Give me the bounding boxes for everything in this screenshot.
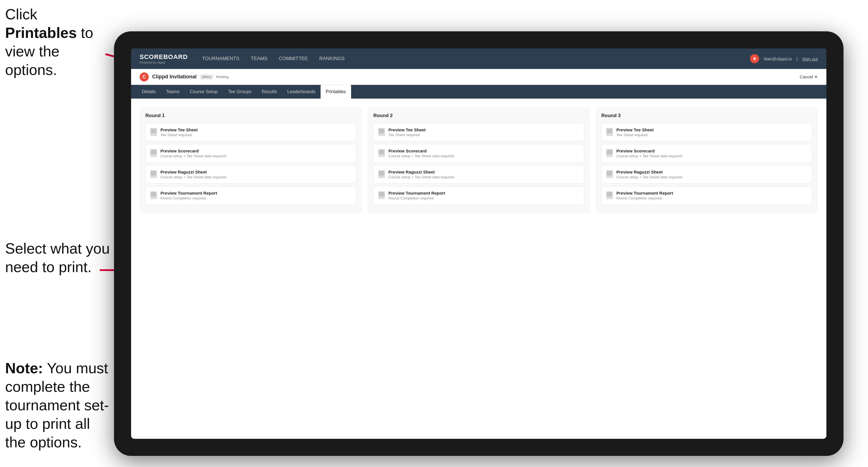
print-item-r1-i2[interactable]: Preview ScorecardCourse setup + Tee Shee… xyxy=(145,144,356,162)
tab-course-setup[interactable]: Course Setup xyxy=(185,85,223,99)
annotation-top-bold: Printables xyxy=(5,25,76,41)
nav-teams[interactable]: TEAMS xyxy=(251,55,268,63)
print-item-r3-i4[interactable]: Preview Tournament ReportRound Completio… xyxy=(601,186,812,205)
hosting-badge: Hosting xyxy=(216,75,228,79)
document-icon xyxy=(606,170,613,178)
print-item-label-r3-i2: Preview Scorecard xyxy=(616,149,682,153)
print-item-sublabel-r1-i3: Course setup + Tee Sheet data required xyxy=(160,175,226,179)
print-item-r2-i4[interactable]: Preview Tournament ReportRound Completio… xyxy=(373,186,584,205)
tab-tee-groups[interactable]: Tee Groups xyxy=(223,85,257,99)
print-item-r1-i1[interactable]: Preview Tee SheetTee Sheet required xyxy=(145,123,356,141)
print-item-sublabel-r2-i1: Tee Sheet required xyxy=(389,133,426,137)
round-column-3: Round 3Preview Tee SheetTee Sheet requir… xyxy=(596,107,818,213)
print-item-sublabel-r2-i3: Course setup + Tee Sheet data required xyxy=(389,175,454,179)
print-item-label-r2-i2: Preview Scorecard xyxy=(389,149,454,153)
print-item-label-r2-i3: Preview Raguzzi Sheet xyxy=(389,169,454,175)
document-icon xyxy=(378,149,385,157)
print-item-label-r1-i4: Preview Tournament Report xyxy=(160,191,217,195)
document-icon xyxy=(606,191,613,199)
document-icon xyxy=(378,191,385,199)
print-item-r3-i2[interactable]: Preview ScorecardCourse setup + Tee Shee… xyxy=(601,144,812,162)
print-item-label-r2-i4: Preview Tournament Report xyxy=(389,191,445,195)
print-item-label-r1-i1: Preview Tee Sheet xyxy=(160,127,198,132)
print-item-sublabel-r1-i2: Course setup + Tee Sheet data required xyxy=(160,154,226,158)
print-item-label-r3-i1: Preview Tee Sheet xyxy=(616,127,654,132)
print-item-r1-i4[interactable]: Preview Tournament ReportRound Completio… xyxy=(145,186,356,205)
document-icon xyxy=(150,191,157,199)
nav-rankings[interactable]: RANKINGS xyxy=(319,55,344,63)
rounds-container: Round 1Preview Tee SheetTee Sheet requir… xyxy=(140,107,818,213)
annotation-middle-text: Select what you need to print. xyxy=(5,240,110,275)
print-item-sublabel-r3-i1: Tee Sheet required xyxy=(616,133,654,137)
print-item-r3-i3[interactable]: Preview Raguzzi SheetCourse setup + Tee … xyxy=(601,165,812,184)
tablet-screen: SCOREBOARD Powered by clippd TOURNAMENTS… xyxy=(131,49,827,439)
annotation-middle: Select what you need to print. xyxy=(5,239,111,276)
top-nav-links: TOURNAMENTS TEAMS COMMITTEE RANKINGS xyxy=(202,55,750,63)
print-item-label-r2-i1: Preview Tee Sheet xyxy=(389,127,426,132)
print-item-r2-i3[interactable]: Preview Raguzzi SheetCourse setup + Tee … xyxy=(373,165,584,184)
document-icon xyxy=(378,128,385,136)
print-item-label-r3-i3: Preview Raguzzi Sheet xyxy=(616,169,682,175)
top-nav-right: B blair@clippd.io | Sign out xyxy=(750,54,818,63)
print-item-sublabel-r2-i4: Round Completion required xyxy=(389,196,445,200)
annotation-bottom-bold: Note: xyxy=(5,360,43,376)
annotation-top: Click Printables to view the options. xyxy=(5,5,102,79)
print-item-label-r1-i2: Preview Scorecard xyxy=(160,149,226,153)
print-item-r2-i1[interactable]: Preview Tee SheetTee Sheet required xyxy=(373,123,584,141)
sub-nav: Details Teams Course Setup Tee Groups Re… xyxy=(131,85,827,99)
tablet-device: SCOREBOARD Powered by clippd TOURNAMENTS… xyxy=(114,31,843,456)
round-3-title: Round 3 xyxy=(601,113,812,119)
document-icon xyxy=(378,170,385,178)
sign-out-link[interactable]: | xyxy=(797,56,798,61)
print-item-r3-i1[interactable]: Preview Tee SheetTee Sheet required xyxy=(601,123,812,141)
nav-committee[interactable]: COMMITTEE xyxy=(279,55,308,63)
annotation-bottom: Note: You must complete the tournament s… xyxy=(5,359,111,452)
logo-title: SCOREBOARD xyxy=(140,53,188,61)
tab-leaderboards[interactable]: Leaderboards xyxy=(282,85,320,99)
document-icon xyxy=(606,128,613,136)
tournament-logo: C xyxy=(140,72,149,82)
tab-teams[interactable]: Teams xyxy=(161,85,185,99)
document-icon xyxy=(150,170,157,178)
document-icon xyxy=(150,128,157,136)
print-item-sublabel-r3-i3: Course setup + Tee Sheet data required xyxy=(616,175,682,179)
annotation-top-prefix: Click xyxy=(5,6,37,23)
round-column-1: Round 1Preview Tee SheetTee Sheet requir… xyxy=(140,107,362,213)
round-column-2: Round 2Preview Tee SheetTee Sheet requir… xyxy=(368,107,590,213)
print-item-sublabel-r1-i4: Round Completion required xyxy=(160,196,217,200)
tab-details[interactable]: Details xyxy=(137,85,161,99)
print-item-sublabel-r2-i2: Course setup + Tee Sheet data required xyxy=(389,154,454,158)
nav-tournaments[interactable]: TOURNAMENTS xyxy=(202,55,239,63)
top-nav: SCOREBOARD Powered by clippd TOURNAMENTS… xyxy=(131,49,827,69)
print-item-r2-i2[interactable]: Preview ScorecardCourse setup + Tee Shee… xyxy=(373,144,584,162)
user-email: blair@clippd.io xyxy=(764,56,792,61)
print-item-sublabel-r1-i1: Tee Sheet required xyxy=(160,133,198,137)
logo-sub: Powered by clippd xyxy=(140,61,188,64)
print-item-label-r1-i3: Preview Raguzzi Sheet xyxy=(160,169,226,175)
main-content: Round 1Preview Tee SheetTee Sheet requir… xyxy=(131,99,827,439)
tab-results[interactable]: Results xyxy=(257,85,282,99)
round-2-title: Round 2 xyxy=(373,113,584,119)
tournament-name: Clippd Invitational xyxy=(152,74,197,80)
print-item-r1-i3[interactable]: Preview Raguzzi SheetCourse setup + Tee … xyxy=(145,165,356,184)
cancel-button[interactable]: Cancel ✕ xyxy=(800,74,818,80)
tournament-header: C Clippd Invitational (Men) Hosting Canc… xyxy=(131,69,827,85)
round-1-title: Round 1 xyxy=(145,113,356,119)
tournament-badge: (Men) xyxy=(199,74,214,80)
tab-printables[interactable]: Printables xyxy=(320,85,351,99)
logo-area: SCOREBOARD Powered by clippd xyxy=(140,53,188,64)
user-avatar: B xyxy=(750,54,759,63)
sign-out-button[interactable]: Sign out xyxy=(802,56,818,61)
print-item-sublabel-r3-i2: Course setup + Tee Sheet data required xyxy=(616,154,682,158)
document-icon xyxy=(150,149,157,157)
print-item-label-r3-i4: Preview Tournament Report xyxy=(616,191,673,195)
document-icon xyxy=(606,149,613,157)
print-item-sublabel-r3-i4: Round Completion required xyxy=(616,196,673,200)
